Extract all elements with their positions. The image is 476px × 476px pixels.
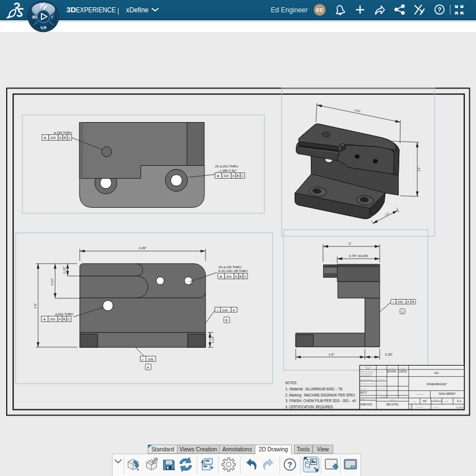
svg-text:0.25”: 0.25” xyxy=(63,266,66,273)
svg-text:⊕: ⊕ xyxy=(220,275,222,278)
svg-text:PD NUMBER: PD NUMBER xyxy=(416,394,424,395)
svg-text:3D: 3D xyxy=(32,15,38,20)
svg-text:0.25”: 0.25” xyxy=(211,335,214,343)
svg-text:3D: 3D xyxy=(67,6,77,14)
svg-text:⊥: ⊥ xyxy=(392,300,395,304)
svg-text:C: C xyxy=(401,310,403,314)
svg-text:FRAME BRACKET: FRAME BRACKET xyxy=(427,382,447,386)
svg-text:1.5”: 1.5” xyxy=(384,211,390,216)
svg-text:2. Marking : MACHINE ENGRAVE P: 2. Marking : MACHINE ENGRAVE PER SPEC xyxy=(286,393,356,398)
svg-text:EE: EE xyxy=(316,7,324,13)
svg-text:.014: .014 xyxy=(223,174,229,178)
svg-text:1”: 1” xyxy=(348,241,352,245)
svg-text:COMPANY: COMPANY xyxy=(390,399,396,401)
svg-text:4. CERTIFICATION. REQUIRED: 4. CERTIFICATION. REQUIRED xyxy=(286,404,333,409)
svg-text:DATE: DATE xyxy=(401,367,405,369)
svg-text:.014: .014 xyxy=(50,136,56,139)
svg-text:NAME: NAME xyxy=(390,367,394,369)
svg-text:B: B xyxy=(64,136,66,139)
svg-text:Q.A.: Q.A. xyxy=(378,393,381,394)
svg-text:1.5”: 1.5” xyxy=(33,303,37,309)
svg-text:12/8/22: 12/8/22 xyxy=(399,370,407,373)
svg-text:TWO PLACE DECIMAL: TWO PLACE DECIMAL xyxy=(361,375,372,377)
svg-text:C: C xyxy=(244,275,246,278)
svg-text:⌀.196 THRU: ⌀.196 THRU xyxy=(54,131,72,134)
svg-text:A.1: A.1 xyxy=(457,400,461,403)
svg-text:▱: ▱ xyxy=(142,358,144,361)
svg-text:|: | xyxy=(118,6,119,15)
svg-text:0.62”: 0.62” xyxy=(50,278,54,285)
svg-text:A: A xyxy=(59,318,61,321)
svg-text:NOTES:: NOTES: xyxy=(286,380,297,385)
svg-text:WEIGHT: WEIGHT xyxy=(433,407,439,408)
svg-text:i´: i´ xyxy=(52,15,54,20)
svg-text:~: ~ xyxy=(447,400,449,403)
svg-text:ENG APPR.: ENG APPR. xyxy=(378,383,385,385)
svg-text:FINISH: FINISH xyxy=(361,399,365,400)
svg-text:B: B xyxy=(412,300,414,304)
svg-text:xDefine: xDefine xyxy=(126,6,148,14)
svg-text:A: A xyxy=(59,136,62,139)
svg-text:MFG APPR.: MFG APPR. xyxy=(378,388,385,390)
svg-text:0.25”: 0.25” xyxy=(385,352,393,356)
svg-text:CHEM FILM: CHEM FILM xyxy=(360,403,372,406)
svg-text:.014: .014 xyxy=(226,275,232,278)
svg-text:.010: .010 xyxy=(49,318,55,321)
svg-text:2.25”: 2.25” xyxy=(354,108,361,113)
svg-text:B: B xyxy=(237,174,239,178)
svg-text:NAS-085967: NAS-085967 xyxy=(439,393,456,395)
svg-text:1.5”: 1.5” xyxy=(417,166,421,171)
svg-text:SCALE: SCALE xyxy=(433,399,438,401)
svg-text:A: A xyxy=(147,366,149,369)
svg-text:?: ? xyxy=(287,460,292,469)
svg-text:DRAWN: DRAWN xyxy=(378,371,384,373)
svg-text:A4: A4 xyxy=(423,400,427,403)
svg-text:COMMENTS:: COMMENTS: xyxy=(380,396,388,398)
svg-text:1.5”: 1.5” xyxy=(329,352,335,356)
svg-text:2.25”: 2.25” xyxy=(139,246,147,250)
svg-text:SEE NOTES: SEE NOTES xyxy=(386,403,399,406)
svg-text:CHECKED: CHECKED xyxy=(378,379,385,380)
svg-text:SIZE: SIZE xyxy=(413,401,416,403)
svg-text:.010: .010 xyxy=(222,309,228,312)
svg-text:⊕: ⊕ xyxy=(43,318,46,321)
svg-text:C: C xyxy=(68,136,71,139)
svg-text:0.75” ±0.005: 0.75” ±0.005 xyxy=(349,254,368,258)
svg-text:⊕: ⊕ xyxy=(217,174,220,178)
svg-text:A: A xyxy=(407,300,409,304)
svg-text:V,R: V,R xyxy=(40,26,46,30)
svg-text:1. Material : ALUMINUM 6061 -: 1. Material : ALUMINUM 6061 - T6 xyxy=(286,386,343,391)
svg-text:PROPRIETARY AND CONFID.: PROPRIETARY AND CONFID. xyxy=(361,383,375,385)
svg-text:Ed Engineer: Ed Engineer xyxy=(271,6,308,14)
svg-text:C: C xyxy=(241,174,244,178)
svg-text:⊥: ⊥ xyxy=(217,309,220,312)
svg-text:A: A xyxy=(235,275,237,278)
svg-text:SPECIFIED: SPECIFIED xyxy=(366,368,370,370)
svg-text:B: B xyxy=(240,275,242,278)
svg-text:EXPERIENCE: EXPERIENCE xyxy=(76,6,116,14)
svg-text:2X ⌀.136 THRU: 2X ⌀.136 THRU xyxy=(218,265,241,269)
svg-text:1 of 1: 1 of 1 xyxy=(456,406,464,409)
svg-text:.010: .010 xyxy=(397,300,403,304)
svg-text:6-32 UNC-2B THRU: 6-32 UNC-2B THRU xyxy=(218,269,248,273)
svg-text:INTERPRET GEOMETRIC: INTERPRET GEOMETRIC xyxy=(361,379,373,381)
svg-text:REV: REV xyxy=(444,401,447,403)
svg-text:ED ENG.: ED ENG. xyxy=(388,370,397,373)
svg-text:.005: .005 xyxy=(147,358,153,361)
svg-text:⊕: ⊕ xyxy=(44,136,46,139)
svg-text:6061-T6: 6061-T6 xyxy=(360,391,367,394)
svg-text:2X ⌀.201 THRU: 2X ⌀.201 THRU xyxy=(215,165,238,168)
svg-text:⌴⌀.385 X 82°: ⌴⌀.385 X 82° xyxy=(217,169,237,172)
svg-text:A: A xyxy=(233,309,235,312)
svg-text:SCALE: 1:1: SCALE: 1:1 xyxy=(416,407,424,408)
svg-text:A: A xyxy=(232,174,235,178)
svg-text:?: ? xyxy=(437,6,441,13)
svg-text:3. FINISH: CHEM FILM PER 3DS -: 3. FINISH: CHEM FILM PER 3DS - 001 - x0 xyxy=(286,398,357,403)
svg-text:MATERIAL: MATERIAL xyxy=(361,388,368,390)
svg-text:B: B xyxy=(63,318,66,321)
svg-text:B: B xyxy=(225,319,227,322)
svg-text:N/A: N/A xyxy=(435,372,439,375)
svg-text:⌀.201 THRU: ⌀.201 THRU xyxy=(55,312,73,316)
svg-text:C: C xyxy=(68,318,70,321)
